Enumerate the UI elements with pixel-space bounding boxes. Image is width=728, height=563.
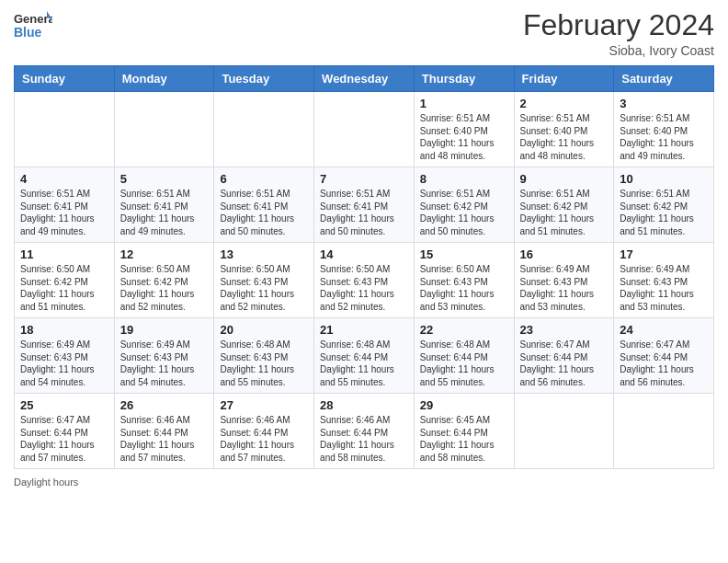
day-number: 9: [520, 172, 609, 186]
calendar-cell: 20Sunrise: 6:48 AM Sunset: 6:43 PM Dayli…: [214, 318, 314, 394]
day-info: Sunrise: 6:49 AM Sunset: 6:43 PM Dayligh…: [120, 339, 209, 388]
day-number: 21: [320, 323, 408, 337]
day-info: Sunrise: 6:51 AM Sunset: 6:41 PM Dayligh…: [320, 188, 408, 237]
svg-text:General: General: [14, 12, 52, 26]
calendar-cell: 28Sunrise: 6:46 AM Sunset: 6:44 PM Dayli…: [314, 394, 415, 469]
calendar-cell: [114, 92, 214, 167]
calendar-cell: [514, 394, 614, 469]
day-info: Sunrise: 6:51 AM Sunset: 6:41 PM Dayligh…: [120, 188, 209, 237]
day-number: 17: [620, 247, 708, 261]
week-row-4: 18Sunrise: 6:49 AM Sunset: 6:43 PM Dayli…: [15, 318, 714, 394]
day-info: Sunrise: 6:46 AM Sunset: 6:44 PM Dayligh…: [220, 414, 308, 464]
calendar-cell: 14Sunrise: 6:50 AM Sunset: 6:43 PM Dayli…: [314, 243, 415, 318]
calendar-cell: 17Sunrise: 6:49 AM Sunset: 6:43 PM Dayli…: [614, 243, 714, 318]
day-number: 10: [620, 172, 708, 186]
day-info: Sunrise: 6:50 AM Sunset: 6:43 PM Dayligh…: [220, 263, 308, 313]
calendar-cell: [314, 92, 415, 167]
day-number: 11: [20, 247, 108, 261]
day-info: Sunrise: 6:49 AM Sunset: 6:43 PM Dayligh…: [620, 263, 708, 313]
calendar-cell: 16Sunrise: 6:49 AM Sunset: 6:43 PM Dayli…: [514, 243, 614, 318]
day-info: Sunrise: 6:51 AM Sunset: 6:41 PM Dayligh…: [220, 188, 308, 237]
day-number: 19: [120, 323, 209, 337]
day-number: 12: [120, 247, 209, 261]
col-header-sunday: Sunday: [15, 66, 115, 92]
col-header-saturday: Saturday: [614, 66, 714, 92]
main-title: February 2024: [523, 9, 714, 41]
day-info: Sunrise: 6:48 AM Sunset: 6:43 PM Dayligh…: [220, 339, 308, 388]
calendar-cell: 18Sunrise: 6:49 AM Sunset: 6:43 PM Dayli…: [15, 318, 115, 394]
calendar-cell: 11Sunrise: 6:50 AM Sunset: 6:42 PM Dayli…: [15, 243, 115, 318]
day-number: 20: [220, 323, 308, 337]
calendar-cell: 27Sunrise: 6:46 AM Sunset: 6:44 PM Dayli…: [214, 394, 314, 469]
day-info: Sunrise: 6:50 AM Sunset: 6:43 PM Dayligh…: [320, 263, 408, 313]
day-number: 29: [420, 398, 508, 412]
col-header-friday: Friday: [514, 66, 614, 92]
day-number: 6: [220, 172, 308, 186]
svg-text:Blue: Blue: [14, 25, 42, 40]
col-header-wednesday: Wednesday: [314, 66, 415, 92]
day-number: 3: [620, 97, 708, 110]
day-number: 28: [320, 398, 408, 412]
day-number: 13: [220, 247, 308, 261]
calendar-table: SundayMondayTuesdayWednesdayThursdayFrid…: [14, 65, 714, 469]
logo-svg: General Blue: [14, 9, 52, 44]
day-number: 18: [20, 323, 108, 337]
calendar-cell: 13Sunrise: 6:50 AM Sunset: 6:43 PM Dayli…: [214, 243, 314, 318]
calendar-cell: 2Sunrise: 6:51 AM Sunset: 6:40 PM Daylig…: [514, 92, 614, 167]
day-number: 25: [20, 398, 108, 412]
calendar-cell: 21Sunrise: 6:48 AM Sunset: 6:44 PM Dayli…: [314, 318, 415, 394]
day-number: 5: [120, 172, 209, 186]
calendar-cell: 7Sunrise: 6:51 AM Sunset: 6:41 PM Daylig…: [314, 167, 415, 243]
calendar-cell: 23Sunrise: 6:47 AM Sunset: 6:44 PM Dayli…: [514, 318, 614, 394]
day-number: 4: [20, 172, 108, 186]
day-info: Sunrise: 6:51 AM Sunset: 6:42 PM Dayligh…: [420, 188, 508, 237]
calendar-cell: 24Sunrise: 6:47 AM Sunset: 6:44 PM Dayli…: [614, 318, 714, 394]
day-number: 14: [320, 247, 408, 261]
calendar-cell: 4Sunrise: 6:51 AM Sunset: 6:41 PM Daylig…: [15, 167, 115, 243]
calendar-cell: 5Sunrise: 6:51 AM Sunset: 6:41 PM Daylig…: [114, 167, 214, 243]
day-info: Sunrise: 6:47 AM Sunset: 6:44 PM Dayligh…: [520, 339, 609, 388]
day-number: 8: [420, 172, 508, 186]
calendar-cell: [214, 92, 314, 167]
logo: General Blue: [14, 9, 52, 44]
day-info: Sunrise: 6:50 AM Sunset: 6:42 PM Dayligh…: [120, 263, 209, 313]
subtitle: Sioba, Ivory Coast: [523, 43, 714, 58]
day-number: 22: [420, 323, 508, 337]
calendar-cell: 29Sunrise: 6:45 AM Sunset: 6:44 PM Dayli…: [414, 394, 514, 469]
week-row-1: 1Sunrise: 6:51 AM Sunset: 6:40 PM Daylig…: [15, 92, 714, 167]
day-info: Sunrise: 6:51 AM Sunset: 6:42 PM Dayligh…: [620, 188, 708, 237]
day-number: 24: [620, 323, 708, 337]
day-info: Sunrise: 6:51 AM Sunset: 6:42 PM Dayligh…: [520, 188, 609, 237]
calendar-cell: 10Sunrise: 6:51 AM Sunset: 6:42 PM Dayli…: [614, 167, 714, 243]
page: General Blue February 2024 Sioba, Ivory …: [0, 0, 728, 563]
day-info: Sunrise: 6:49 AM Sunset: 6:43 PM Dayligh…: [520, 263, 609, 313]
calendar-cell: 12Sunrise: 6:50 AM Sunset: 6:42 PM Dayli…: [114, 243, 214, 318]
day-info: Sunrise: 6:46 AM Sunset: 6:44 PM Dayligh…: [320, 414, 408, 464]
calendar-cell: 9Sunrise: 6:51 AM Sunset: 6:42 PM Daylig…: [514, 167, 614, 243]
col-header-tuesday: Tuesday: [214, 66, 314, 92]
calendar-cell: 22Sunrise: 6:48 AM Sunset: 6:44 PM Dayli…: [414, 318, 514, 394]
day-info: Sunrise: 6:47 AM Sunset: 6:44 PM Dayligh…: [620, 339, 708, 388]
calendar-cell: 6Sunrise: 6:51 AM Sunset: 6:41 PM Daylig…: [214, 167, 314, 243]
week-row-3: 11Sunrise: 6:50 AM Sunset: 6:42 PM Dayli…: [15, 243, 714, 318]
day-number: 7: [320, 172, 408, 186]
day-info: Sunrise: 6:51 AM Sunset: 6:40 PM Dayligh…: [520, 112, 609, 162]
calendar-header-row: SundayMondayTuesdayWednesdayThursdayFrid…: [15, 66, 714, 92]
calendar-cell: 25Sunrise: 6:47 AM Sunset: 6:44 PM Dayli…: [15, 394, 115, 469]
calendar-cell: 15Sunrise: 6:50 AM Sunset: 6:43 PM Dayli…: [414, 243, 514, 318]
day-number: 27: [220, 398, 308, 412]
day-info: Sunrise: 6:48 AM Sunset: 6:44 PM Dayligh…: [420, 339, 508, 388]
day-info: Sunrise: 6:51 AM Sunset: 6:40 PM Dayligh…: [420, 112, 508, 162]
calendar-cell: 8Sunrise: 6:51 AM Sunset: 6:42 PM Daylig…: [414, 167, 514, 243]
col-header-monday: Monday: [114, 66, 214, 92]
day-number: 16: [520, 247, 609, 261]
day-info: Sunrise: 6:47 AM Sunset: 6:44 PM Dayligh…: [20, 414, 108, 464]
day-info: Sunrise: 6:50 AM Sunset: 6:43 PM Dayligh…: [420, 263, 508, 313]
day-number: 23: [520, 323, 609, 337]
calendar-cell: 1Sunrise: 6:51 AM Sunset: 6:40 PM Daylig…: [414, 92, 514, 167]
week-row-2: 4Sunrise: 6:51 AM Sunset: 6:41 PM Daylig…: [15, 167, 714, 243]
daylight-label: Daylight hours: [14, 477, 78, 488]
day-info: Sunrise: 6:51 AM Sunset: 6:40 PM Dayligh…: [620, 112, 708, 162]
day-info: Sunrise: 6:49 AM Sunset: 6:43 PM Dayligh…: [20, 339, 108, 388]
calendar-cell: 26Sunrise: 6:46 AM Sunset: 6:44 PM Dayli…: [114, 394, 214, 469]
